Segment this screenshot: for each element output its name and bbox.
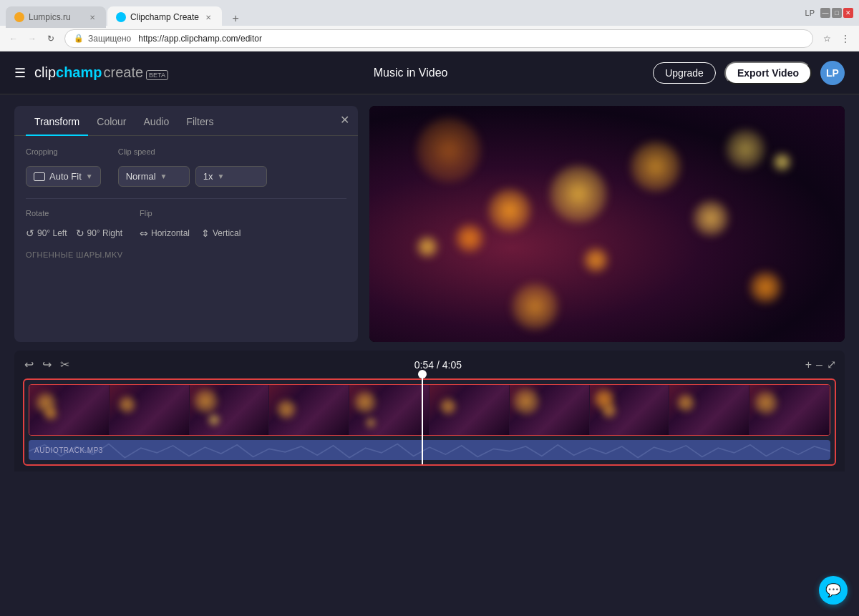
clip-speed-col: Clip speed Normal ▼ 1x ▼ [118,147,267,187]
tab-lumpics-label: Lumpics.ru [29,12,71,22]
secure-label: Защищено [88,34,131,44]
cut-button[interactable]: ✂ [59,356,71,373]
f1b2 [44,406,58,421]
refresh-button[interactable]: ↻ [43,31,59,47]
forward-button[interactable]: → [24,31,40,47]
cropping-label: Cropping [26,147,101,156]
logo-clip: clip [34,64,56,81]
close-button[interactable]: ✕ [843,8,853,18]
maximize-button[interactable]: □ [832,8,842,18]
f9b1 [676,393,695,412]
timeline-toolbar: ↩ ↪ ✂ 0:54 / 4:05 + – ⤢ [23,356,836,373]
frame-10 [749,385,830,435]
app: ☰ clipchampcreate BETA Music in Video Up… [0,52,859,616]
speed-1x-dropdown[interactable]: 1x ▼ [195,166,267,187]
user-avatar[interactable]: LP [820,61,845,85]
browser-actions: ☆ ⋮ [819,31,853,47]
frame-7 [510,385,590,435]
rotate-left-icon: ↺ [26,228,34,239]
bokeh-5 [693,200,729,236]
rotate-right-button[interactable]: ↻ 90° Right [76,228,123,239]
f5b1 [354,391,377,414]
lumpics-favicon [14,12,24,22]
bokeh-6 [583,248,608,273]
address-bar[interactable]: 🔒 Защищено https://app.clipchamp.com/edi… [64,29,813,48]
flip-horizontal-label: Horizontal [151,228,190,238]
flip-h-icon: ⇔ [140,228,148,239]
time-separator: / [437,359,440,371]
redo-button[interactable]: ↪ [41,356,53,373]
flip-vertical-button[interactable]: ⇕ Vertical [201,228,241,239]
autofit-dropdown[interactable]: Auto Fit ▼ [26,166,101,187]
rotate-left-label: 90° Left [37,228,67,238]
rotate-left-button[interactable]: ↺ 90° Left [26,228,67,239]
frame-5 [349,385,430,435]
tab-filters[interactable]: Filters [178,106,222,136]
bokeh-4 [631,142,681,192]
timeline-zoom: + – ⤢ [805,358,836,371]
tab-colour[interactable]: Colour [88,106,135,136]
rotate-right-label: 90° Right [87,228,123,238]
tab-clipchamp-close[interactable]: ✕ [203,12,213,22]
new-tab-button[interactable]: + [226,9,245,28]
video-background [369,106,845,342]
flip-col: Flip ⇔ Horizontal ⇕ Vertical [140,209,241,239]
autofit-icon [34,172,45,181]
more-icon[interactable]: ⋮ [838,31,853,47]
logo-beta: BETA [146,70,168,80]
bokeh-11 [773,153,791,171]
f5b2 [365,417,377,429]
logo: clipchampcreate BETA [34,64,168,81]
upgrade-button[interactable]: Upgrade [653,62,716,84]
export-button[interactable]: Export Video [724,62,812,84]
address-bar-row: ← → ↻ 🔒 Защищено https://app.clipchamp.c… [0,26,859,52]
timeline-tracks: AUDIOTRACK.MP3 [23,378,836,466]
window-controls: LP — □ ✕ [805,8,853,18]
frame-1 [29,385,110,435]
back-button[interactable]: ← [6,31,21,47]
panel-close-button[interactable]: ✕ [340,113,349,127]
video-track-frames [29,385,830,435]
undo-button[interactable]: ↩ [23,356,35,373]
bokeh-7 [726,129,765,169]
zoom-plus-button[interactable]: + [805,358,812,371]
speed-normal-label: Normal [126,171,156,182]
audio-track[interactable]: AUDIOTRACK.MP3 [29,440,830,460]
menu-icon[interactable]: ☰ [14,65,26,81]
chat-icon: 💬 [825,582,841,598]
speed-normal-dropdown[interactable]: Normal ▼ [118,166,190,187]
user-label: LP [805,9,815,17]
panel-tabs: Transform Colour Audio Filters [14,106,358,136]
frame-6 [430,385,510,435]
minimize-button[interactable]: — [820,8,830,18]
zoom-expand-button[interactable]: ⤢ [827,358,836,371]
speed-normal-arrow: ▼ [160,172,168,180]
video-track[interactable] [29,384,830,436]
rotate-col: Rotate ↺ 90° Left ↻ 90° Right [26,209,122,239]
bokeh-9 [417,236,438,258]
frame-2 [110,385,190,435]
chat-button[interactable]: 💬 [819,576,848,605]
f10b1 [754,391,778,415]
project-title: Music in Video [168,67,653,79]
divider [26,198,346,199]
rotate-flip-row: Rotate ↺ 90° Left ↻ 90° Right [26,209,346,239]
tab-lumpics[interactable]: Lumpics.ru ✕ [6,6,106,28]
tab-clipchamp[interactable]: Clipchamp Create ✕ [107,6,222,28]
header-actions: Upgrade Export Video LP [653,61,845,85]
autofit-label: Auto Fit [49,171,82,182]
tab-lumpics-close[interactable]: ✕ [87,12,97,22]
zoom-minus-button[interactable]: – [816,358,822,371]
video-preview [369,106,845,342]
bookmark-icon[interactable]: ☆ [819,31,835,47]
app-header: ☰ clipchampcreate BETA Music in Video Up… [0,52,859,94]
frame-8 [590,385,670,435]
flip-horizontal-button[interactable]: ⇔ Horizontal [140,228,190,239]
tab-audio[interactable]: Audio [135,106,178,136]
transform-panel: ✕ Transform Colour Audio Filters Croppin… [14,106,358,342]
tab-transform[interactable]: Transform [26,106,88,136]
clip-speed-label: Clip speed [118,147,267,156]
time-total: 4:05 [442,359,462,371]
time-current: 0:54 [414,359,434,371]
bokeh-8 [749,271,782,303]
